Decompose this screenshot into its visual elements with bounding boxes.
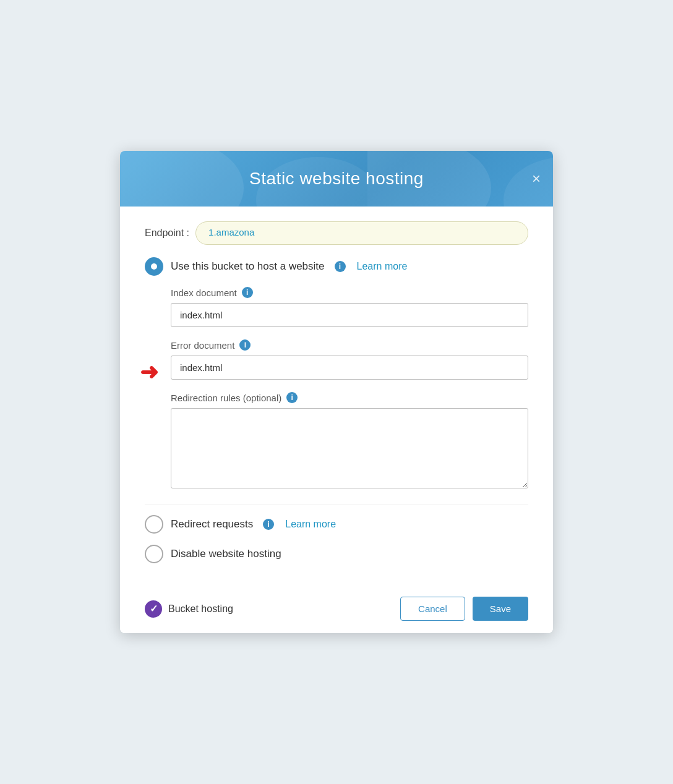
cancel-button[interactable]: Cancel	[400, 597, 465, 621]
host-website-fields: Index document i Error document i ➜ Redi…	[145, 287, 528, 501]
host-website-learn-more[interactable]: Learn more	[357, 261, 408, 272]
error-document-label: Error document i	[171, 339, 528, 351]
index-document-info-icon[interactable]: i	[242, 287, 253, 298]
index-document-label: Index document i	[171, 287, 528, 298]
index-document-input[interactable]	[171, 303, 528, 327]
modal-header: Static website hosting ×	[120, 151, 553, 207]
endpoint-label: Endpoint :	[145, 228, 189, 239]
host-website-option[interactable]: Use this bucket to host a website i Lear…	[145, 257, 528, 276]
save-button[interactable]: Save	[473, 597, 528, 621]
redirect-requests-option[interactable]: Redirect requests i Learn more	[145, 515, 528, 534]
modal-body: Endpoint : 1.amazona Use this bucket to …	[120, 207, 553, 587]
redirection-rules-label: Redirection rules (optional) i	[171, 392, 528, 403]
bucket-hosting-icon	[145, 600, 162, 618]
static-website-hosting-modal: Static website hosting × Endpoint : 1.am…	[120, 151, 553, 633]
endpoint-row: Endpoint : 1.amazona	[145, 221, 528, 245]
footer-status-label: Bucket hosting	[168, 603, 233, 615]
error-document-arrow-container: ➜	[171, 356, 528, 388]
redirect-requests-info-icon[interactable]: i	[263, 519, 274, 530]
error-document-input[interactable]	[171, 356, 528, 380]
redirect-requests-learn-more[interactable]: Learn more	[285, 519, 336, 530]
endpoint-link[interactable]: 1.amazona	[208, 227, 254, 237]
modal-title: Static website hosting	[249, 169, 424, 189]
divider	[145, 505, 528, 505]
redirect-requests-label: Redirect requests	[171, 518, 253, 530]
host-website-radio[interactable]	[145, 257, 163, 276]
error-document-info-icon[interactable]: i	[239, 339, 251, 351]
footer-buttons: Cancel Save	[400, 597, 528, 621]
modal-footer: Bucket hosting Cancel Save	[120, 587, 553, 633]
host-website-label: Use this bucket to host a website	[171, 260, 325, 273]
host-website-info-icon[interactable]: i	[335, 261, 346, 272]
footer-status: Bucket hosting	[145, 600, 233, 618]
disable-hosting-label: Disable website hosting	[171, 548, 281, 560]
red-arrow-indicator: ➜	[140, 359, 158, 385]
redirect-requests-radio[interactable]	[145, 515, 163, 534]
disable-hosting-option[interactable]: Disable website hosting	[145, 545, 528, 563]
disable-hosting-radio[interactable]	[145, 545, 163, 563]
endpoint-value-box: 1.amazona	[195, 221, 528, 245]
close-button[interactable]: ×	[532, 171, 541, 186]
redirection-rules-textarea[interactable]	[171, 408, 528, 488]
redirection-rules-info-icon[interactable]: i	[286, 392, 298, 403]
